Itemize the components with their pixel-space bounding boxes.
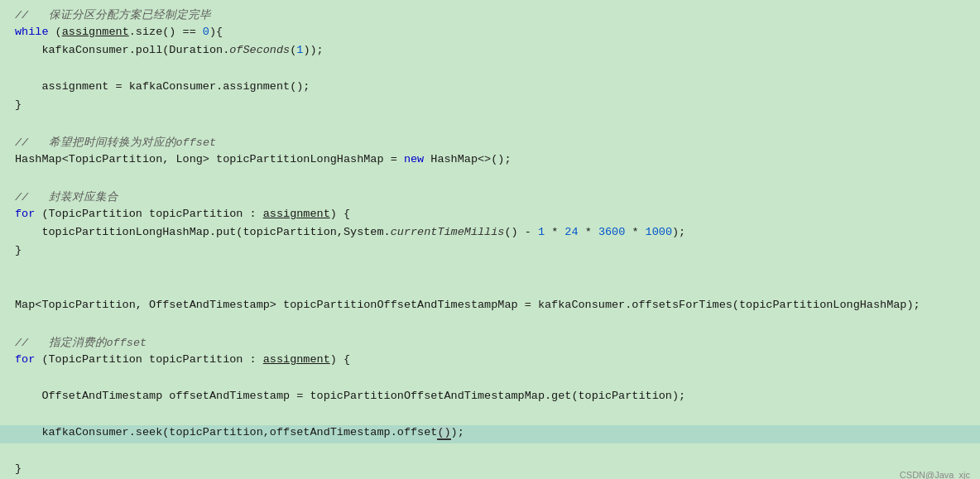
line-content-2: while (assignment.size() == 0){ (0, 26, 223, 38)
code-line-6: } (0, 98, 980, 116)
line-content-1: // 保证分区分配方案已经制定完毕 (0, 7, 211, 22)
code-line-18 (0, 316, 980, 334)
code-line-16 (0, 280, 980, 298)
code-line-26: } (0, 462, 980, 479)
code-line-12: for (TopicPartition topicPartition : ass… (0, 207, 980, 225)
line-content-18 (0, 317, 22, 329)
code-line-14: } (0, 243, 980, 261)
line-content-24: kafkaConsumer.seek(topicPartition,offset… (0, 426, 464, 438)
line-content-23 (0, 408, 22, 420)
line-content-22: OffsetAndTimestamp offsetAndTimestamp = … (0, 390, 685, 402)
line-content-13: topicPartitionLongHashMap.put(topicParti… (0, 226, 685, 238)
code-line-1: // 保证分区分配方案已经制定完毕 (0, 7, 980, 25)
code-line-21 (0, 371, 980, 389)
line-content-25 (0, 444, 22, 457)
line-content-10 (0, 171, 22, 184)
line-content-5: assignment = kafkaConsumer.assignment(); (0, 80, 310, 93)
code-container: // 保证分区分配方案已经制定完毕 while (assignment.size… (0, 0, 980, 479)
code-line-10 (0, 170, 980, 189)
line-content-4 (0, 62, 22, 74)
code-line-2: while (assignment.size() == 0){ (0, 25, 980, 43)
code-line-25 (0, 443, 980, 462)
code-line-7 (0, 116, 980, 134)
line-content-21 (0, 371, 22, 384)
line-content-14: } (0, 244, 22, 256)
code-line-17: Map<TopicPartition, OffsetAndTimestamp> … (0, 298, 980, 316)
line-content-3: kafkaConsumer.poll(Duration.ofSeconds(1)… (0, 44, 324, 56)
line-content-6: } (0, 98, 22, 111)
code-line-20: for (TopicPartition topicPartition : ass… (0, 352, 980, 371)
line-content-7 (0, 117, 22, 129)
watermark: CSDN@Java_xjc (900, 470, 970, 479)
code-line-15 (0, 261, 980, 280)
code-line-8: // 希望把时间转换为对应的offset (0, 134, 980, 152)
line-content-16 (0, 280, 22, 293)
line-content-19: // 指定消费的offset (0, 335, 147, 350)
code-line-24: kafkaConsumer.seek(topicPartition,offset… (0, 425, 980, 443)
line-content-12: for (TopicPartition topicPartition : ass… (0, 208, 350, 220)
code-line-23 (0, 407, 980, 425)
code-line-3: kafkaConsumer.poll(Duration.ofSeconds(1)… (0, 43, 980, 61)
line-content-15 (0, 262, 22, 275)
code-line-11: // 封装对应集合 (0, 189, 980, 207)
code-line-19: // 指定消费的offset (0, 334, 980, 352)
line-content-9: HashMap<TopicPartition, Long> topicParti… (0, 153, 512, 165)
line-content-20: for (TopicPartition topicPartition : ass… (0, 353, 350, 366)
code-line-9: HashMap<TopicPartition, Long> topicParti… (0, 152, 980, 170)
line-content-26: } (0, 462, 22, 475)
line-content-11: // 封装对应集合 (0, 189, 118, 204)
code-line-5: assignment = kafkaConsumer.assignment(); (0, 79, 980, 98)
code-line-22: OffsetAndTimestamp offsetAndTimestamp = … (0, 389, 980, 407)
line-content-8: // 希望把时间转换为对应的offset (0, 135, 216, 150)
code-line-4 (0, 61, 980, 79)
code-line-13: topicPartitionLongHashMap.put(topicParti… (0, 225, 980, 243)
line-content-17: Map<TopicPartition, OffsetAndTimestamp> … (0, 299, 920, 311)
